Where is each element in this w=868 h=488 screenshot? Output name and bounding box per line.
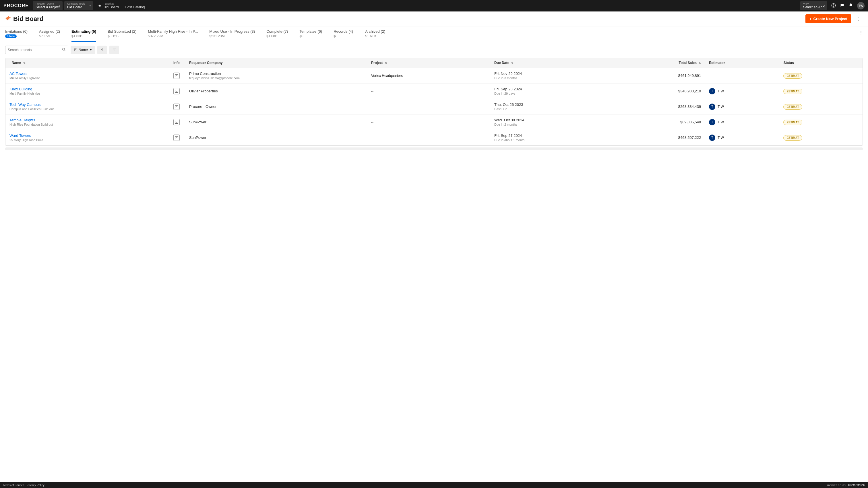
table-row: Temple HeightsHigh Rise Foundation Build… (5, 115, 863, 130)
tab-label: Archived (2) (365, 29, 385, 34)
info-chart-icon[interactable] (174, 104, 180, 110)
user-avatar[interactable]: TW (857, 2, 865, 9)
requester-company: SunPower (189, 135, 363, 140)
stage-tab[interactable]: Archived (2)$1.61B (365, 28, 385, 42)
requester-company: Primo Construction (189, 71, 363, 76)
info-chart-icon[interactable] (174, 119, 180, 125)
total-sales: $468,507,222 (678, 135, 701, 140)
company-tools-value: Bid Board (67, 5, 90, 9)
stage-tab[interactable]: Complete (7)$1.08B (267, 28, 288, 42)
col-status[interactable]: Status (779, 58, 863, 68)
total-sales: $461,949,891 (678, 73, 701, 78)
project-name-link[interactable]: Ward Towers (9, 133, 164, 138)
chevron-down-icon: ▼ (90, 48, 92, 51)
svg-line-3 (64, 50, 65, 51)
estimator-name: T W (718, 120, 724, 124)
search-icon[interactable] (62, 47, 66, 52)
search-input[interactable] (8, 48, 62, 52)
tab-subtext: $0 (299, 34, 322, 38)
tabs-overflow-icon[interactable]: ⋮ (859, 30, 863, 35)
col-name[interactable]: ↑ Name ⇅ (5, 58, 168, 68)
create-button-label: Create New Project (813, 17, 848, 21)
procore-logo: PROCORE (3, 3, 29, 8)
col-info[interactable]: Info (168, 58, 185, 68)
stage-tab[interactable]: Bid Submitted (2)$3.15B (107, 28, 136, 42)
sort-direction-button[interactable] (97, 45, 107, 54)
stage-tab[interactable]: Templates (6)$0 (299, 28, 322, 42)
stage-tab[interactable]: Multi-Family High Rise - In P...$372.29M (148, 28, 198, 42)
chevron-down-icon: ▼ (59, 5, 61, 7)
status-badge: ESTIMAT (783, 120, 802, 125)
project-name-link[interactable]: Temple Heights (9, 118, 164, 122)
col-sales[interactable]: Total Sales ⇅ (609, 58, 705, 68)
tab-subtext: $7.15M (39, 34, 60, 38)
project-name-link[interactable]: AC Towers (9, 71, 164, 76)
table-row: Knox BuildingMulti-Family High-riseOlivi… (5, 84, 863, 99)
col-requester[interactable]: Requester Company (185, 58, 367, 68)
tab-label: Estimating (5) (71, 29, 96, 34)
company-tools-dropdown[interactable]: Company Tools Bid Board ▼ (64, 1, 93, 10)
fav-link-cost-catalog[interactable]: Cost Catalog (125, 5, 145, 9)
gear-icon[interactable] (5, 15, 11, 22)
col-project[interactable]: Project ⇅ (367, 58, 490, 68)
bell-icon[interactable] (848, 3, 853, 9)
col-estimator[interactable]: Estimator (705, 58, 779, 68)
requester-company: Procore - Owner (189, 104, 363, 109)
status-badge: ESTIMAT (783, 89, 802, 94)
more-options-icon[interactable]: ⋮ (855, 15, 863, 23)
plus-icon: + (809, 17, 812, 21)
project-name-link[interactable]: Knox Building (9, 87, 164, 91)
table-row: Ward Towers25 story High Rise BuildSunPo… (5, 130, 863, 145)
due-relative: Past Due (494, 107, 605, 111)
requester-email: tequoya.weiss+demo@procore.com (189, 76, 363, 80)
projects-table-wrapper: ↑ Name ⇅ Info Requester Company Project … (5, 58, 863, 146)
status-badge: ESTIMAT (783, 135, 802, 140)
info-chart-icon[interactable] (174, 73, 180, 79)
create-new-project-button[interactable]: + Create New Project (805, 14, 851, 23)
project-selector-dropdown[interactable]: Procore - Demo Select a Project ▼ (33, 1, 63, 10)
company-tools-label: Company Tools (67, 2, 90, 5)
stage-tab[interactable]: Records (4)$0 (334, 28, 353, 42)
col-due[interactable]: Due Date ⇅ (490, 58, 609, 68)
project-name-link[interactable]: Tech Way Campus (9, 102, 164, 107)
table-toolbar: Name ▼ (0, 42, 868, 58)
horizontal-scrollbar[interactable] (5, 148, 863, 150)
sort-by-dropdown[interactable]: Name ▼ (71, 45, 95, 54)
estimator-name: T W (718, 105, 724, 109)
page-title: Bid Board (13, 15, 43, 23)
favorites-label: Favorites (104, 2, 150, 5)
filter-button[interactable] (110, 45, 119, 54)
stage-tab[interactable]: Mixed Use - In Progress (3)$531.23M (209, 28, 255, 42)
requester-company: Olivier Properties (189, 89, 363, 93)
estimator-name: T W (718, 136, 724, 140)
chevron-down-icon: ▼ (89, 5, 91, 7)
tab-subtext: $0 (334, 34, 353, 38)
star-icon[interactable]: ★ (98, 4, 101, 8)
sort-label: Name (79, 48, 88, 52)
stage-tab[interactable]: Estimating (5)$1.63B (71, 28, 96, 42)
project-subtitle: 25 story High Rise Build (9, 138, 164, 142)
tab-subtext: $3.15B (107, 34, 136, 38)
help-icon[interactable] (831, 3, 836, 9)
favorites-section: ★ Favorites Bid Board Cost Catalog (98, 2, 150, 9)
status-badge: ESTIMAT (783, 73, 802, 78)
tab-label: Mixed Use - In Progress (3) (209, 29, 255, 34)
chat-icon[interactable] (840, 3, 844, 9)
project-subtitle: Multi-Family High-rise (9, 92, 164, 95)
info-chart-icon[interactable] (174, 135, 180, 141)
due-date: Wed. Oct 30 2024 (494, 118, 605, 122)
tab-label: Multi-Family High Rise - In P... (148, 29, 198, 34)
apps-dropdown[interactable]: Apps Select an App ▼ (800, 1, 827, 10)
search-input-wrapper[interactable] (5, 45, 68, 54)
new-badge: 6 New (5, 34, 17, 38)
due-relative: Due in 29 days (494, 92, 605, 95)
fav-link-bid-board[interactable]: Bid Board (104, 5, 119, 9)
stage-tab[interactable]: Invitations (6)6 New (5, 28, 28, 42)
stage-tab[interactable]: Assigned (2)$7.15M (39, 28, 60, 42)
due-date: Fri. Sep 27 2024 (494, 133, 605, 138)
info-chart-icon[interactable] (174, 88, 180, 94)
estimator-avatar: T (709, 104, 715, 110)
estimator-name: -- (709, 74, 711, 78)
project-subtitle: High Rise Foundation Build out (9, 123, 164, 126)
apps-value: Select an App (803, 5, 825, 9)
